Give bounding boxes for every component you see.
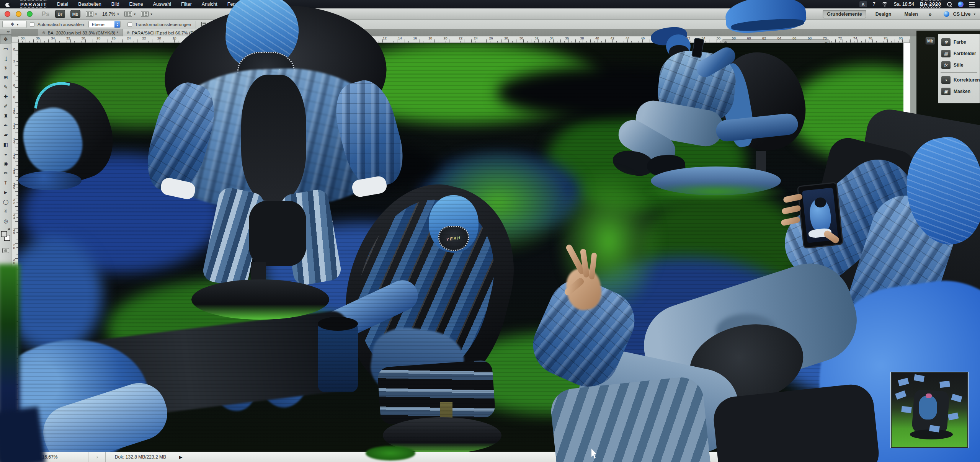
- align-horizontal-centers-icon[interactable]: [236, 22, 242, 27]
- tool-button[interactable]: ◒: [0, 149, 11, 159]
- launch-bridge-button[interactable]: Br: [55, 10, 65, 18]
- creative-cloud-badge-icon[interactable]: A: [859, 1, 867, 7]
- move-tool-preset-button[interactable]: ✥▾: [2, 21, 27, 28]
- ruler-label: 38: [12, 318, 16, 324]
- panel-close-icon[interactable]: [724, 41, 727, 44]
- minimize-window-button[interactable]: [16, 11, 21, 17]
- tool-button[interactable]: ◉: [0, 159, 11, 168]
- transform-controls-checkbox[interactable]: [127, 22, 132, 27]
- quick-mask-button[interactable]: [2, 248, 9, 253]
- workspace-button[interactable]: Malen: [900, 10, 921, 18]
- document-tab[interactable]: ⊗PARA/SI/CHT.psd bei 66,7% (Ebene 1, CMY…: [122, 29, 234, 36]
- tool-button[interactable]: ◧: [0, 140, 11, 149]
- ruler-label: 30: [12, 258, 16, 264]
- menu-item[interactable]: Filter: [181, 2, 192, 7]
- tool-button[interactable]: ✳: [0, 63, 11, 73]
- menu-item[interactable]: Hilfe: [253, 2, 263, 7]
- tab-protokoll[interactable]: Protokoll: [722, 46, 752, 53]
- menu-item[interactable]: Ebene: [129, 2, 143, 7]
- zoom-window-button[interactable]: [27, 11, 33, 17]
- vertical-ruler[interactable]: 0246810121416182022242628303234363840424…: [11, 43, 18, 452]
- dock-panel-button[interactable]: fxStile: [938, 59, 980, 71]
- tool-button[interactable]: ✚: [0, 92, 11, 101]
- workspace-button[interactable]: Grundelemente: [823, 10, 866, 18]
- screen-mode-button[interactable]: ▾: [141, 11, 152, 17]
- close-tab-icon[interactable]: ⊗: [126, 31, 129, 35]
- history-panel-header[interactable]: ◂◂: [722, 39, 830, 46]
- tool-button[interactable]: ✌: [0, 207, 11, 216]
- ruler-label: 52: [686, 36, 690, 43]
- tools-panel-collapse[interactable]: ▸▸: [0, 29, 11, 34]
- align-top-edges-icon[interactable]: [201, 22, 206, 27]
- panel-menu-icon[interactable]: ▾≡: [819, 46, 829, 53]
- tool-button[interactable]: ▭: [0, 44, 11, 54]
- menu-item[interactable]: Auswahl: [153, 2, 171, 7]
- dock-panel-button[interactable]: ▣Masken: [938, 86, 980, 97]
- status-clock-icon: ◔: [95, 454, 98, 460]
- distribute-top-edges-icon[interactable]: [260, 22, 266, 27]
- close-tab-icon[interactable]: ⊗: [42, 31, 45, 35]
- tool-button[interactable]: ✒: [0, 121, 11, 130]
- launch-mini-bridge-button[interactable]: Mb: [70, 10, 80, 18]
- dock-panel-button[interactable]: ✾Farbe: [938, 36, 980, 48]
- tool-button[interactable]: ►: [0, 188, 11, 197]
- app-menu-title[interactable]: PARASIT: [20, 2, 47, 7]
- distribute-bottom-edges-icon[interactable]: [278, 22, 283, 27]
- ruler-label: 0: [12, 47, 16, 51]
- menu-item[interactable]: Bild: [111, 2, 119, 7]
- tool-button[interactable]: ✥: [0, 34, 11, 44]
- dock-panel-button[interactable]: ◑Korrekturen: [938, 74, 980, 86]
- tool-button[interactable]: T: [0, 178, 11, 188]
- workspace-overflow-button[interactable]: »: [929, 11, 931, 17]
- document-tab-title: BA_2020.raw bei 33,3% (CMYK/8) *: [47, 31, 118, 35]
- tool-button[interactable]: ▰: [0, 130, 11, 140]
- document-canvas[interactable]: [18, 43, 910, 452]
- spotlight-search-icon[interactable]: [947, 2, 952, 7]
- document-tab[interactable]: ⊗BA_2020.raw bei 33,3% (CMYK/8) *: [38, 29, 122, 36]
- ruler-label: 44: [12, 363, 16, 369]
- panel-icon: ▣: [941, 88, 951, 95]
- status-zoom-field[interactable]: 16,67%: [11, 454, 88, 460]
- tool-button[interactable]: ♜: [0, 111, 11, 121]
- align-bottom-edges-icon[interactable]: [218, 22, 224, 27]
- status-menu-arrow[interactable]: ▶: [179, 455, 182, 460]
- menu-bar-status: A 7 Sa. 18:54 BA 2020: [859, 1, 975, 7]
- ruler-label: 30: [519, 36, 523, 43]
- align-vertical-centers-icon[interactable]: [209, 22, 215, 27]
- auto-select-dropdown[interactable]: Ebene▲▼: [88, 21, 121, 28]
- tool-button[interactable]: ◯: [0, 197, 11, 207]
- apple-menu-icon[interactable]: [5, 2, 10, 7]
- menu-item[interactable]: Bearbeiten: [78, 2, 101, 7]
- menu-item[interactable]: Fenster: [227, 2, 243, 7]
- ruler-label: 8: [354, 36, 356, 43]
- menu-item[interactable]: Ansicht: [202, 2, 217, 7]
- zoom-level-button[interactable]: 16,7%▾: [102, 11, 119, 17]
- tool-button[interactable]: ✎: [0, 82, 11, 92]
- foreground-color-swatch[interactable]: [1, 231, 7, 237]
- tool-button[interactable]: ⊞: [0, 73, 11, 82]
- notification-center-icon[interactable]: [969, 2, 975, 7]
- align-left-edges-icon[interactable]: [227, 22, 233, 27]
- cs-live-button[interactable]: CS Live▾: [938, 11, 975, 17]
- tool-button[interactable]: ✐: [0, 101, 11, 111]
- ruler-label: 54: [701, 36, 705, 43]
- default-colors-icon[interactable]: ⇄: [8, 227, 10, 231]
- tool-button[interactable]: ✑: [0, 168, 11, 178]
- tool-button[interactable]: ◎: [0, 216, 11, 226]
- panel-collapse-icon[interactable]: ◂◂: [825, 41, 827, 44]
- ruler-corner[interactable]: [11, 36, 18, 43]
- ruler-label: 28: [96, 36, 100, 43]
- arrange-documents-button[interactable]: ▾: [124, 11, 136, 17]
- menu-item[interactable]: Datei: [57, 2, 68, 7]
- wifi-icon[interactable]: [881, 2, 888, 7]
- dock-mini-bridge-button[interactable]: Mb: [925, 37, 935, 45]
- dock-panel-button[interactable]: ▦Farbfelder: [938, 48, 980, 59]
- workspace-button[interactable]: Design: [872, 10, 895, 18]
- siri-icon[interactable]: [958, 2, 964, 7]
- close-window-button[interactable]: [5, 11, 10, 17]
- view-extras-button[interactable]: ▾: [86, 11, 97, 17]
- tool-button[interactable]: ʆ: [0, 54, 11, 63]
- distribute-vertical-centers-icon[interactable]: [269, 22, 274, 27]
- align-right-edges-icon[interactable]: [245, 22, 250, 27]
- auto-select-checkbox[interactable]: [30, 22, 34, 27]
